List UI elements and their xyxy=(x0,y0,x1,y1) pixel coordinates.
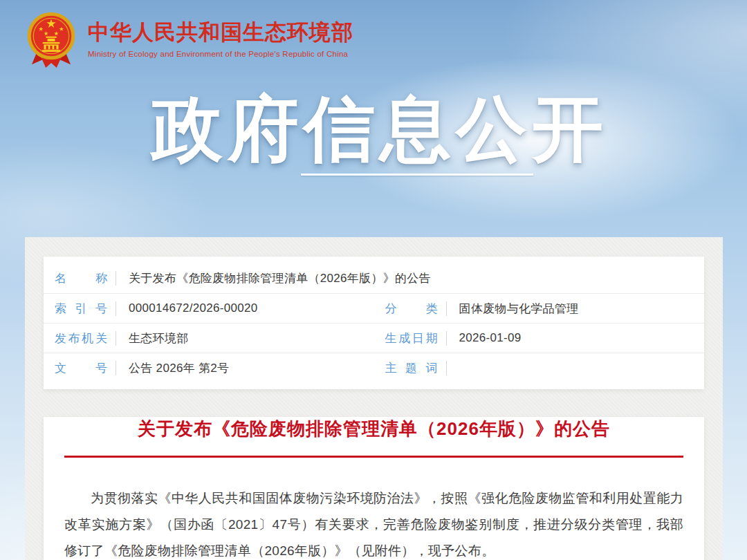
table-row: 文 号 公告 2026年 第2号 主 题 词 xyxy=(44,353,704,382)
table-row: 名 称 关于发布《危险废物排除管理清单（2026年版）》的公告 xyxy=(44,263,704,293)
banner: 政府信息公开 xyxy=(0,88,747,176)
content-panel: 名 称 关于发布《危险废物排除管理清单（2026年版）》的公告 索 引 号 00… xyxy=(25,237,723,560)
title-divider xyxy=(64,456,683,458)
table-row: 索 引 号 000014672/2026-00020 分 类 固体废物与化学品管… xyxy=(44,293,704,323)
national-emblem-icon xyxy=(24,10,78,72)
meta-cell-category: 分 类 固体废物与化学品管理 xyxy=(374,294,705,323)
issuing-authority-label: 发布机关 xyxy=(55,330,107,346)
meta-cell-document-number: 文 号 公告 2026年 第2号 xyxy=(44,353,374,382)
site-title-group: 中华人民共和国生态环境部 Ministry of Ecology and Env… xyxy=(88,21,353,58)
label-divider xyxy=(446,331,447,346)
date-label: 生成日期 xyxy=(385,330,438,346)
name-value: 关于发布《危险废物排除管理清单（2026年版）》的公告 xyxy=(129,270,431,286)
meta-cell-issuing-authority: 发布机关 生态环境部 xyxy=(44,324,374,353)
category-label: 分 类 xyxy=(385,301,438,317)
article-card: 关于发布《危险废物排除管理清单（2026年版）》的公告 为贯彻落实《中华人民共和… xyxy=(44,417,704,560)
date-value: 2026-01-09 xyxy=(459,331,522,345)
label-divider xyxy=(446,301,447,316)
category-value: 固体废物与化学品管理 xyxy=(459,301,579,317)
article-title: 关于发布《危险废物排除管理清单（2026年版）》的公告 xyxy=(64,417,683,441)
label-divider xyxy=(116,361,116,375)
article-paragraph: 为贯彻落实《中华人民共和国固体废物污染环境防治法》，按照《强化危险废物监管和利用… xyxy=(64,485,683,560)
document-number-value: 公告 2026年 第2号 xyxy=(129,360,229,376)
site-subtitle: Ministry of Ecology and Environment of t… xyxy=(88,49,353,58)
page: 中华人民共和国生态环境部 Ministry of Ecology and Env… xyxy=(0,0,747,560)
meta-cell-name: 名 称 关于发布《危险废物排除管理清单（2026年版）》的公告 xyxy=(44,263,704,293)
document-meta-card: 名 称 关于发布《危险废物排除管理清单（2026年版）》的公告 索 引 号 00… xyxy=(44,256,704,389)
banner-title: 政府信息公开 xyxy=(0,88,747,170)
index-number-value: 000014672/2026-00020 xyxy=(129,301,258,315)
name-label: 名 称 xyxy=(55,270,107,286)
label-divider xyxy=(116,271,116,286)
issuing-authority-value: 生态环境部 xyxy=(129,330,189,346)
index-number-label: 索 引 号 xyxy=(55,301,107,317)
meta-cell-index-number: 索 引 号 000014672/2026-00020 xyxy=(44,294,374,323)
subject-words-label: 主 题 词 xyxy=(385,360,438,376)
document-number-label: 文 号 xyxy=(55,360,107,376)
site-title: 中华人民共和国生态环境部 xyxy=(88,21,353,44)
meta-cell-date: 生成日期 2026-01-09 xyxy=(374,324,705,353)
label-divider xyxy=(116,301,116,316)
meta-cell-subject-words: 主 题 词 xyxy=(374,353,705,382)
site-header: 中华人民共和国生态环境部 Ministry of Ecology and Env… xyxy=(24,10,353,72)
label-divider xyxy=(116,331,116,346)
banner-underline xyxy=(301,174,533,176)
table-row: 发布机关 生态环境部 生成日期 2026-01-09 xyxy=(44,323,704,353)
label-divider xyxy=(446,361,447,375)
